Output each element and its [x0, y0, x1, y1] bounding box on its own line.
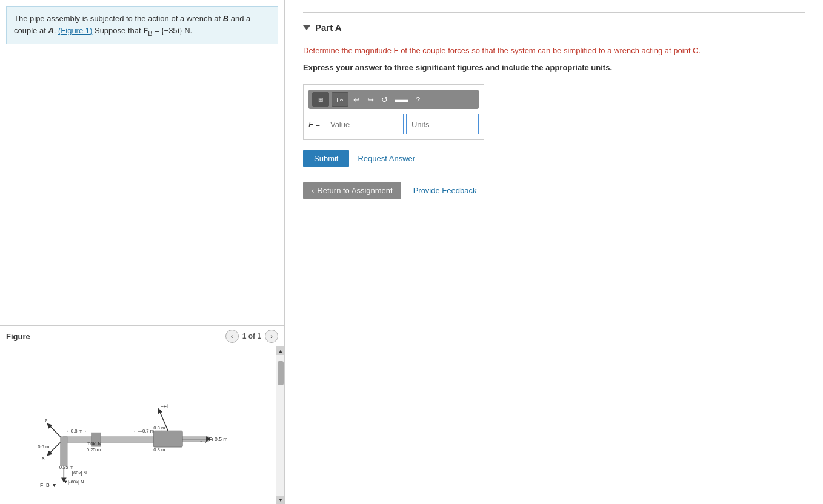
chevron-left-icon: ‹ [312, 186, 314, 195]
scroll-thumb[interactable] [278, 361, 284, 385]
figure-link[interactable]: (Figure 1) [58, 26, 92, 35]
svg-text:0.3 m: 0.3 m [153, 425, 165, 431]
part-label: Part A [315, 22, 342, 33]
return-to-assignment-button[interactable]: ‹ Return to Assignment [303, 182, 401, 199]
grid-icon[interactable]: ⊞ [312, 92, 329, 107]
bold-A: A [48, 26, 53, 35]
svg-text:0.6 m: 0.6 m [38, 444, 49, 449]
value-input[interactable] [325, 114, 404, 134]
bold-B: B [223, 14, 228, 23]
reset-icon[interactable]: ↺ [379, 94, 390, 105]
svg-rect-0 [5, 346, 249, 492]
figure-prev-btn[interactable]: ‹ [225, 330, 239, 343]
svg-text:0.25 m: 0.25 m [59, 465, 73, 470]
figure-scrollbar[interactable]: ▲ ▼ [276, 346, 284, 504]
bottom-actions: ‹ Return to Assignment Provide Feedback [303, 182, 805, 199]
figure-image: z x y F_B ▼ [60k] N ▼|-60k| N [0, 346, 284, 504]
right-panel: Part A Determine the magnitude F of the … [285, 0, 823, 504]
request-answer-link[interactable]: Request Answer [358, 154, 415, 163]
svg-text:[60k] N: [60k] N [72, 470, 87, 476]
svg-text:0.3 m: 0.3 m [153, 447, 165, 453]
svg-text:−Fi: −Fi [161, 403, 168, 409]
figure-label: Figure [6, 332, 30, 341]
answer-box: ⊞ μA ↩ ↪ ↺ ▬▬ ? F = [303, 84, 484, 140]
answer-row: F = [308, 114, 479, 134]
mu-symbol-btn[interactable]: μA [332, 92, 348, 107]
svg-text:z: z [45, 417, 48, 423]
svg-text:▼: ▼ [52, 482, 57, 488]
svg-text:x: x [42, 454, 45, 461]
figure-svg: z x y F_B ▼ [60k] N ▼|-60k| N [0, 346, 255, 492]
action-row: Submit Request Answer [303, 150, 805, 167]
svg-text:Fi  0.5 m: Fi 0.5 m [208, 436, 227, 442]
left-panel: The pipe assembly is subjected to the ac… [0, 0, 285, 504]
svg-text:F_B: F_B [40, 482, 50, 488]
svg-text:[60k] N: [60k] N [87, 441, 101, 446]
svg-text:←0.8 m→: ←0.8 m→ [66, 428, 87, 434]
undo-icon[interactable]: ↩ [351, 94, 362, 105]
chevron-down-icon[interactable] [303, 25, 310, 30]
return-label: Return to Assignment [317, 186, 392, 195]
svg-rect-21 [153, 431, 182, 447]
svg-text:▼|-60k| N: ▼|-60k| N [63, 479, 84, 485]
svg-rect-8 [61, 437, 68, 466]
help-icon[interactable]: ? [413, 94, 422, 105]
figure-nav: ‹ 1 of 1 › [225, 330, 278, 343]
scroll-down-arrow[interactable]: ▼ [276, 496, 284, 504]
top-divider [303, 12, 805, 13]
part-header: Part A [303, 22, 805, 33]
figure-header: Figure ‹ 1 of 1 › [0, 326, 284, 346]
answer-label: F = [308, 120, 320, 129]
problem-statement: The pipe assembly is subjected to the ac… [6, 6, 278, 44]
question-instruction: Express your answer to three significant… [303, 62, 805, 74]
provide-feedback-link[interactable]: Provide Feedback [413, 186, 477, 195]
scroll-up-arrow[interactable]: ▲ [276, 346, 284, 355]
figure-section: Figure ‹ 1 of 1 › z x y [0, 325, 284, 504]
redo-icon[interactable]: ↪ [365, 94, 376, 105]
answer-toolbar: ⊞ μA ↩ ↪ ↺ ▬▬ ? [308, 90, 479, 109]
question-text: Determine the magnitude F of the couple … [303, 45, 805, 57]
figure-page: 1 of 1 [242, 332, 261, 340]
submit-button[interactable]: Submit [303, 150, 349, 167]
svg-text:0.25 m: 0.25 m [87, 447, 101, 453]
keyboard-icon[interactable]: ▬▬ [393, 94, 411, 104]
figure-next-btn[interactable]: › [265, 330, 278, 343]
units-input[interactable] [406, 114, 479, 134]
